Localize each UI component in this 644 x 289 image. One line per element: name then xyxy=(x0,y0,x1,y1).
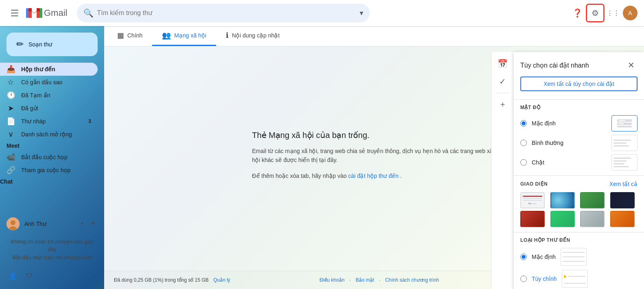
inbox-mac-dinh-label: Mặc định xyxy=(532,254,556,260)
tab-mxh[interactable]: 👥 Mạng xã hội xyxy=(152,26,216,46)
layout: ✏ Soạn thư 📥 Hộp thư đến ☆ Có gắn dấu sa… xyxy=(0,26,644,289)
qs-close-button[interactable]: ✕ xyxy=(624,59,637,72)
density-chat-label: Chật xyxy=(532,159,607,166)
sidebar-item-join-meeting[interactable]: 🔗 Tham gia cuộc họp xyxy=(0,164,98,177)
rs-plus-button[interactable]: + xyxy=(495,96,511,113)
themes-grid: M∼∼∼ xyxy=(520,192,637,227)
menu-button[interactable] xyxy=(7,5,23,21)
theme-item-2[interactable] xyxy=(580,192,605,208)
arrow-icon: ▶ xyxy=(564,274,567,278)
apps-icon: ⋮⋮ xyxy=(607,9,620,17)
inbox-mac-dinh-radio[interactable] xyxy=(520,254,527,260)
density-mac-dinh-radio[interactable] xyxy=(520,120,527,127)
theme-item-6[interactable] xyxy=(580,211,605,227)
drafts-label: Thư nháp xyxy=(21,118,82,125)
sidebar-item-inbox[interactable]: 📥 Hộp thư đến xyxy=(0,63,98,76)
inbox-tuy-chinh-preview: ▶ xyxy=(562,270,588,288)
help-button[interactable]: ❓ xyxy=(569,5,585,21)
tab-update[interactable]: ℹ Nội dung cập nhật xyxy=(216,26,289,46)
qs-divider-1 xyxy=(514,99,644,100)
theme-item-7[interactable] xyxy=(610,211,635,227)
search-input[interactable] xyxy=(97,9,356,17)
no-chat-line1: Không có cuộc trò chuyện nào gần đây xyxy=(7,238,98,254)
sidebar-item-start-meeting[interactable]: 📹 Bắt đầu cuộc họp xyxy=(0,151,98,164)
theme-item-4[interactable] xyxy=(520,211,545,227)
svg-rect-8 xyxy=(619,120,625,121)
quick-settings-panel: Tùy chọn cài đặt nhanh ✕ Xem tất cả tùy … xyxy=(514,52,644,289)
no-chat-message: Không có cuộc trò chuyện nào gần đây Bắt… xyxy=(0,233,104,267)
search-icon: 🔍 xyxy=(83,8,94,18)
density-binh-thuong[interactable]: Bình thường xyxy=(520,135,637,151)
sidebar-item-more[interactable]: ∨ Danh sách mở rộng xyxy=(0,128,98,141)
density-binh-thuong-radio[interactable] xyxy=(520,140,527,146)
theme-item-5[interactable] xyxy=(550,211,575,227)
header-right: ❓ ⚙ ⋮⋮ A xyxy=(569,5,637,21)
qs-divider-3 xyxy=(514,232,644,232)
inbox-settings-link[interactable]: cài đặt hộp thư đến xyxy=(348,173,399,179)
tab-mxh-icon: 👥 xyxy=(162,31,171,40)
chat-section-title: Chat xyxy=(0,177,104,215)
policy-link[interactable]: Chính sách chương trình xyxy=(385,277,439,283)
starred-label: Có gắn dấu sao xyxy=(21,79,91,85)
density-mac-dinh-icon xyxy=(616,118,633,129)
theme-item-1[interactable] xyxy=(550,192,575,208)
manage-link[interactable]: Quản lý xyxy=(213,277,230,283)
inbox-type-options: Mặc định Tùy chỉnh ▶ xyxy=(520,248,637,289)
sidebar: ✏ Soạn thư 📥 Hộp thư đến ☆ Có gắn dấu sa… xyxy=(0,26,104,289)
tabs-bar: ▦ Chính 👥 Mạng xã hội ℹ Nội dung cập nhậ… xyxy=(104,26,644,46)
svg-point-3 xyxy=(11,220,15,225)
hamburger-icon xyxy=(11,10,18,16)
theme-item-3[interactable] xyxy=(610,192,635,208)
empty-desc: Email từ các mạng xã hội, trang web chia… xyxy=(252,147,496,165)
gmail-logo: Gmail xyxy=(26,5,67,21)
inbox-tuy-chinh[interactable]: Tùy chỉnh ▶ xyxy=(520,270,637,288)
rs-tasks-button[interactable]: ✓ xyxy=(495,73,511,90)
compose-label: Soạn thư xyxy=(28,41,52,48)
right-sidebar: 📅 ✓ + xyxy=(491,52,514,289)
join-meeting-label: Tham gia cuộc họp xyxy=(21,167,91,173)
inbox-label: Hộp thư đến xyxy=(21,66,91,72)
tab-chinh[interactable]: ▦ Chính xyxy=(107,26,152,46)
tab-update-label: Nội dung cập nhật xyxy=(232,32,279,39)
density-chat[interactable]: Chật xyxy=(520,154,637,171)
settings-button[interactable]: ⚙ xyxy=(587,5,603,21)
chat-user-name: Anh Thư xyxy=(24,221,76,227)
avatar[interactable]: A xyxy=(623,6,637,20)
footer-shield-button[interactable]: 🛡 xyxy=(23,269,36,282)
sidebar-item-drafts[interactable]: 📄 Thư nháp 3 xyxy=(0,115,98,128)
footer-person-button[interactable]: 👤 xyxy=(7,269,20,282)
add-chat-button[interactable]: + xyxy=(88,219,98,229)
theme-item-0[interactable]: M∼∼∼ xyxy=(520,192,545,208)
empty-action-suffix: . xyxy=(400,173,402,179)
density-mac-dinh[interactable]: Mặc định xyxy=(520,115,637,131)
density-mac-dinh-preview xyxy=(611,115,637,131)
density-binh-thuong-preview xyxy=(611,135,637,151)
more-icon: ∨ xyxy=(7,130,15,139)
sidebar-item-sent[interactable]: ➤ Đã gửi xyxy=(0,102,98,115)
compose-plus-icon: ✏ xyxy=(16,39,24,50)
svg-rect-0 xyxy=(26,8,28,18)
view-all-settings-button[interactable]: Xem tất cả tùy chọn cài đặt xyxy=(520,77,637,91)
sidebar-item-snoozed[interactable]: 🕐 Đã Tạm ẩn xyxy=(0,89,98,102)
search-dropdown-icon[interactable]: ▾ xyxy=(360,9,363,18)
tab-mxh-label: Mạng xã hội xyxy=(174,32,206,39)
search-bar: 🔍 ▾ xyxy=(77,4,370,22)
inbox-mac-dinh[interactable]: Mặc định xyxy=(520,248,637,266)
density-chat-radio[interactable] xyxy=(520,159,527,166)
join-icon: 🔗 xyxy=(7,166,15,175)
compose-button[interactable]: ✏ Soạn thư xyxy=(7,33,98,56)
xem-tat-ca-link[interactable]: Xem tất cả xyxy=(609,181,637,187)
density-chat-preview xyxy=(611,154,637,171)
gmail-logo-text: Gmail xyxy=(44,8,67,18)
inbox-tuy-chinh-radio[interactable] xyxy=(520,276,527,282)
chat-user-item[interactable]: Anh Thư ▾ + xyxy=(0,215,104,233)
apps-button[interactable]: ⋮⋮ xyxy=(605,5,621,21)
sidebar-item-starred[interactable]: ☆ Có gắn dấu sao xyxy=(0,76,98,89)
inbox-tuy-chinh-label: Tùy chỉnh xyxy=(532,276,557,282)
giao-dien-header: GIAO DIỆN Xem tất cả xyxy=(520,181,637,187)
empty-social-message: Thẻ Mạng xã hội của bạn trống. Email từ … xyxy=(252,130,496,187)
privacy-link[interactable]: Bảo mật xyxy=(356,277,374,283)
rs-calendar-button[interactable]: 📅 xyxy=(495,55,511,72)
terms-link[interactable]: Điều khoản xyxy=(319,277,344,283)
snoozed-label: Đã Tạm ẩn xyxy=(21,92,91,99)
